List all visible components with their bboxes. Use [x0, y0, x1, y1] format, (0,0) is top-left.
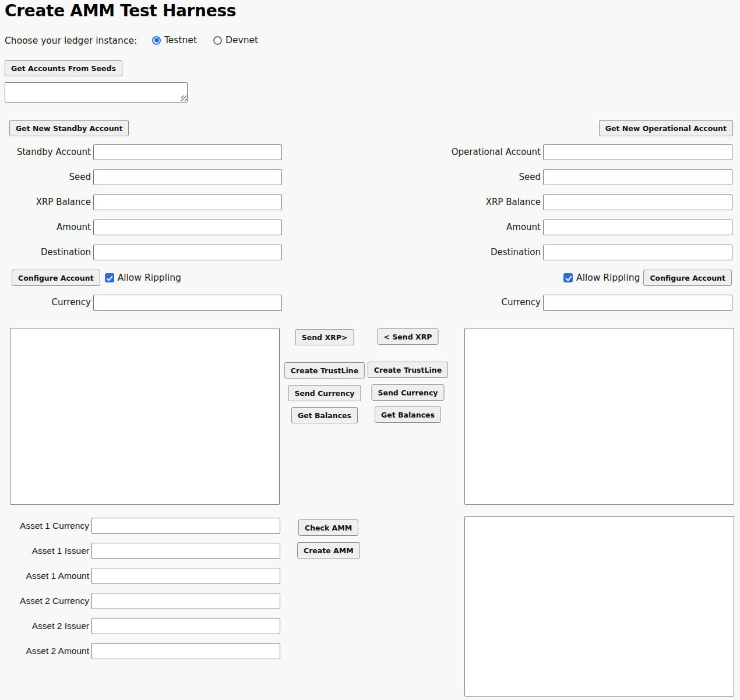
amm-test-harness-page: Create AMM Test Harness Choose your ledg… — [0, 0, 740, 700]
asset2-amount-input[interactable] — [91, 643, 280, 659]
asset1-issuer-label: Asset 1 Issuer — [0, 545, 89, 556]
asset1-amount-input[interactable] — [91, 568, 280, 584]
get-accounts-from-seeds-button[interactable]: Get Accounts From Seeds — [5, 60, 122, 76]
operational-allow-rippling-label: Allow Rippling — [576, 273, 640, 283]
operational-amount-input[interactable] — [543, 220, 732, 235]
radio-unselected-icon[interactable] — [213, 36, 222, 45]
page-title: Create AMM Test Harness — [5, 1, 236, 21]
operational-account-input[interactable] — [543, 144, 732, 160]
asset2-currency-input[interactable] — [91, 593, 280, 609]
radio-testnet-label: Testnet — [164, 35, 197, 45]
operational-allow-rippling-checkbox[interactable] — [563, 273, 573, 282]
send-xrp-to-operational-button[interactable]: Send XRP> — [295, 329, 354, 345]
standby-seed-input[interactable] — [93, 169, 282, 185]
create-amm-button[interactable]: Create AMM — [297, 542, 360, 558]
get-operational-balances-button[interactable]: Get Balances — [375, 406, 441, 423]
asset2-issuer-input[interactable] — [91, 618, 280, 634]
get-new-standby-account-button[interactable]: Get New Standby Account — [9, 120, 129, 136]
create-trustline-from-operational-button[interactable]: Create TrustLine — [368, 362, 448, 378]
standby-configure-row: Configure Account Allow Rippling — [12, 270, 181, 286]
create-trustline-from-standby-button[interactable]: Create TrustLine — [284, 362, 365, 379]
operational-destination-input[interactable] — [543, 245, 732, 260]
resize-handle-icon[interactable] — [181, 96, 187, 101]
operational-results-textarea[interactable] — [464, 328, 734, 505]
operational-seed-label: Seed — [350, 172, 541, 183]
asset1-issuer-input[interactable] — [91, 543, 280, 559]
asset1-currency-label: Asset 1 Currency — [0, 520, 89, 531]
standby-amount-input[interactable] — [93, 220, 282, 235]
operational-amount-label: Amount — [350, 222, 541, 233]
send-xrp-to-standby-button[interactable]: < Send XRP — [378, 328, 439, 345]
operational-xrp-balance-label: XRP Balance — [350, 197, 541, 208]
configure-standby-account-button[interactable]: Configure Account — [12, 270, 100, 286]
asset2-issuer-label: Asset 2 Issuer — [0, 620, 89, 631]
operational-xrp-balance-input[interactable] — [543, 195, 732, 210]
standby-account-label: Standby Account — [0, 147, 91, 158]
send-currency-from-standby-button[interactable]: Send Currency — [288, 385, 361, 401]
operational-destination-label: Destination — [350, 247, 541, 258]
radio-devnet-label: Devnet — [225, 35, 258, 45]
radio-testnet[interactable]: Testnet — [152, 35, 197, 45]
asset2-amount-label: Asset 2 Amount — [0, 645, 89, 656]
seeds-textarea[interactable] — [5, 82, 188, 102]
standby-amount-label: Amount — [0, 222, 91, 233]
operational-seed-input[interactable] — [543, 169, 732, 185]
asset2-currency-label: Asset 2 Currency — [0, 595, 89, 606]
radio-devnet[interactable]: Devnet — [213, 35, 258, 45]
operational-account-label: Operational Account — [350, 147, 541, 158]
operational-currency-label: Currency — [350, 297, 541, 308]
standby-xrp-balance-input[interactable] — [93, 195, 282, 210]
standby-seed-label: Seed — [0, 172, 91, 183]
standby-destination-label: Destination — [0, 247, 91, 258]
check-amm-button[interactable]: Check AMM — [298, 519, 358, 536]
get-new-operational-account-button[interactable]: Get New Operational Account — [599, 120, 733, 136]
ledger-instance-label: Choose your ledger instance: — [5, 36, 137, 47]
amm-results-textarea[interactable] — [464, 516, 734, 697]
operational-currency-input[interactable] — [543, 295, 732, 311]
standby-currency-input[interactable] — [93, 295, 282, 311]
asset1-currency-input[interactable] — [91, 518, 280, 534]
standby-xrp-balance-label: XRP Balance — [0, 197, 91, 208]
standby-allow-rippling-label: Allow Rippling — [118, 273, 181, 283]
radio-selected-icon[interactable] — [152, 36, 161, 45]
asset1-amount-label: Asset 1 Amount — [0, 570, 89, 581]
configure-operational-account-button[interactable]: Configure Account — [643, 270, 732, 286]
standby-destination-input[interactable] — [93, 245, 282, 260]
standby-allow-rippling-checkbox[interactable] — [105, 273, 114, 282]
operational-configure-row: Allow Rippling Configure Account — [563, 270, 732, 286]
send-currency-from-operational-button[interactable]: Send Currency — [371, 384, 444, 401]
standby-account-input[interactable] — [93, 144, 282, 160]
get-standby-balances-button[interactable]: Get Balances — [291, 407, 358, 423]
standby-results-textarea[interactable] — [10, 328, 280, 505]
standby-currency-label: Currency — [0, 297, 91, 308]
